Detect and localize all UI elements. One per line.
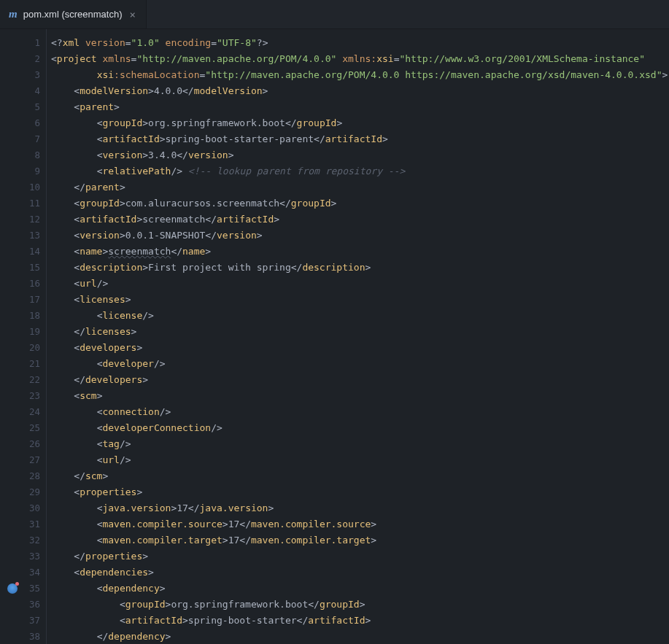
code-line: <scm>: [51, 388, 669, 404]
code-line: <artifactId>screenmatch</artifactId>: [51, 212, 669, 228]
code-line: <dependency>: [51, 581, 669, 597]
code-line: </properties>: [51, 548, 669, 565]
code-line: <java.version>17</java.version>: [51, 500, 669, 516]
code-line: <licenses>: [51, 292, 669, 308]
code-line: <connection/>: [51, 404, 669, 420]
code-line: <maven.compiler.target>17</maven.compile…: [51, 532, 669, 548]
code-line: <developers>: [51, 340, 669, 356]
code-line: </developers>: [51, 372, 669, 388]
code-line: <modelVersion>4.0.0</modelVersion>: [51, 83, 669, 99]
code-line: <developerConnection/>: [51, 420, 669, 436]
code-line: <maven.compiler.source>17</maven.compile…: [51, 516, 669, 532]
tab-bar: m pom.xml (screenmatch) ×: [0, 0, 669, 29]
tab-pom-xml[interactable]: m pom.xml (screenmatch) ×: [0, 0, 147, 28]
code-line: <url/>: [51, 452, 669, 468]
line-numbers: 1234567891011121314151617181920212223242…: [25, 29, 47, 644]
code-line: <groupId>org.springframework.boot</group…: [51, 115, 669, 131]
editor-area: 1234567891011121314151617181920212223242…: [0, 29, 669, 644]
code-line: <version>0.0.1-SNAPSHOT</version>: [51, 228, 669, 244]
code-line: <dependencies>: [51, 565, 669, 581]
code-line: <groupId>org.springframework.boot</group…: [51, 597, 669, 613]
code-line: <tag/>: [51, 436, 669, 452]
code-line: <artifactId>spring-boot-starter</artifac…: [51, 613, 669, 629]
code-line: <version>3.4.0</version>: [51, 147, 669, 163]
code-line: <url/>: [51, 276, 669, 292]
code-line: <artifactId>spring-boot-starter-parent</…: [51, 131, 669, 147]
code-line: </licenses>: [51, 324, 669, 340]
code-line: </dependency>: [51, 629, 669, 644]
code-line: <properties>: [51, 484, 669, 500]
gutter-icons: [0, 29, 25, 644]
tab-label: pom.xml (screenmatch): [23, 9, 123, 20]
code-line: <developer/>: [51, 356, 669, 372]
code-line: </parent>: [51, 179, 669, 195]
code-line: <parent>: [51, 99, 669, 115]
code-line: <license/>: [51, 308, 669, 324]
code-line: <project xmlns="http://maven.apache.org/…: [51, 51, 669, 67]
code-line: <?xml version="1.0" encoding="UTF-8"?>: [51, 35, 669, 51]
code-content[interactable]: <?xml version="1.0" encoding="UTF-8"?><p…: [47, 29, 669, 644]
maven-file-icon: m: [9, 8, 18, 20]
close-icon[interactable]: ×: [128, 9, 136, 20]
code-line: <description>First project with spring</…: [51, 260, 669, 276]
dependency-analyzer-icon[interactable]: [7, 583, 18, 594]
code-line: <groupId>com.aluracursos.screenmatch</gr…: [51, 195, 669, 212]
code-line: </scm>: [51, 468, 669, 484]
code-line: xsi:schemaLocation="http://maven.apache.…: [51, 67, 669, 83]
code-line: <name>screenmatch</name>: [51, 244, 669, 260]
code-line: <relativePath/> <!-- lookup parent from …: [51, 163, 669, 179]
